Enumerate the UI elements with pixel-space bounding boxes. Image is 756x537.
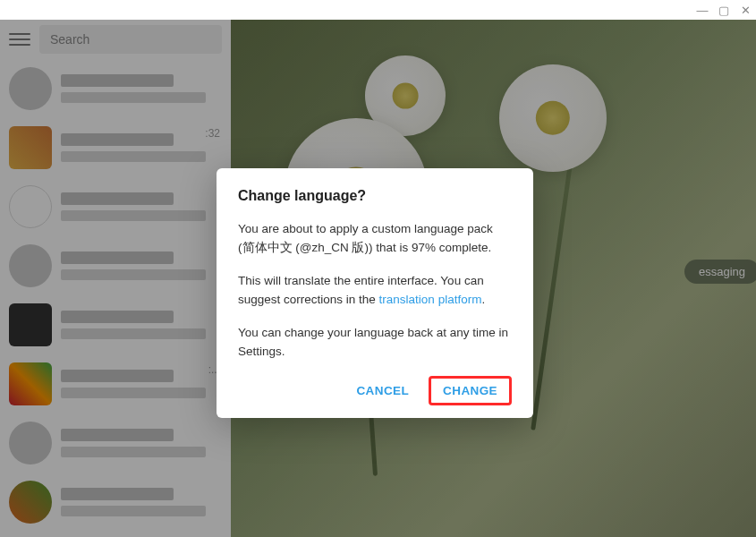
dialog-paragraph: You can change your language back at any… (238, 324, 512, 362)
dialog-actions: CANCEL CHANGE (238, 376, 512, 405)
translation-platform-link[interactable]: translation platform (379, 293, 482, 306)
window-minimize-button[interactable]: — (697, 4, 708, 15)
dialog-paragraph: You are about to apply a custom language… (238, 220, 512, 258)
window-titlebar: — ▢ ✕ (0, 0, 756, 20)
dialog-title: Change language? (238, 188, 512, 204)
status-badge: essaging (684, 260, 756, 284)
window-close-button[interactable]: ✕ (740, 4, 751, 15)
window-maximize-button[interactable]: ▢ (718, 4, 729, 15)
app-root: Search :32 (0, 20, 756, 537)
dialog-paragraph: This will translate the entire interface… (238, 272, 512, 310)
change-button[interactable]: CHANGE (429, 376, 512, 405)
modal-backdrop (0, 20, 231, 537)
cancel-button[interactable]: CANCEL (342, 376, 423, 405)
change-language-dialog: Change language? You are about to apply … (217, 168, 533, 418)
dialog-body: You are about to apply a custom language… (238, 220, 512, 362)
